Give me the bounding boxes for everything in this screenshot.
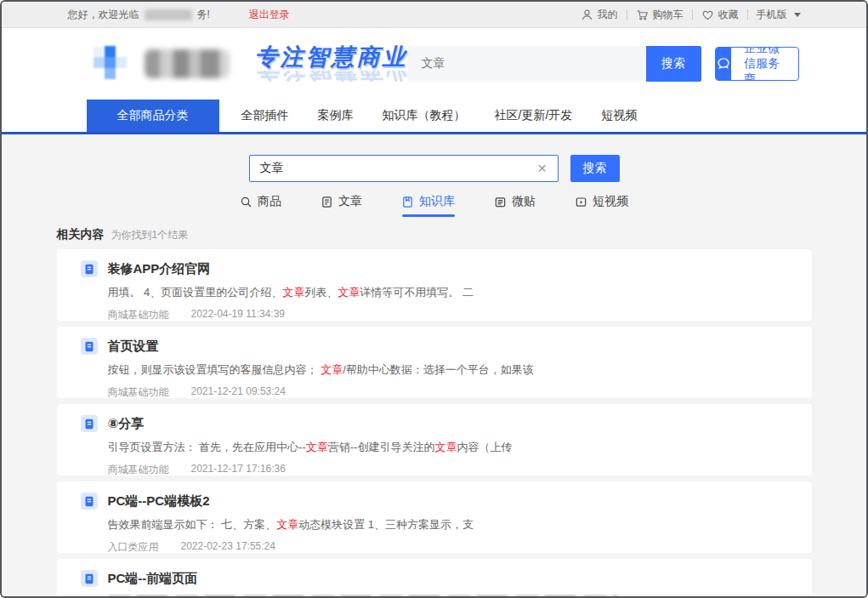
result-title-row[interactable]: 装修APP介绍官网 [81, 260, 791, 277]
result-title: 首页设置 [108, 339, 159, 355]
tab-articles-label: 文章 [338, 194, 362, 209]
result-title-row[interactable]: ⑧分享 [81, 415, 791, 432]
tab-articles[interactable]: 文章 [321, 194, 362, 217]
all-categories-button[interactable]: 全部商品分类 [87, 100, 219, 132]
result-title: ⑧分享 [108, 416, 145, 432]
result-card: 首页设置 按钮，则显示该设置填写的客服信息内容； 文章/帮助中心数据：选择一个平… [57, 327, 812, 398]
site-slogan: 专注智慧商业 [255, 44, 408, 70]
top-utility-bar: 您好，欢迎光临务! 退出登录 我的 购物车 收藏 [2, 2, 866, 28]
tab-videos-label: 短视频 [593, 194, 628, 209]
nav-link-knowledge[interactable]: 知识库（教程） [383, 108, 466, 123]
result-title: PC端--PC端模板2 [108, 493, 210, 510]
logo-mark-pixelated [94, 44, 133, 83]
tab-weitie[interactable]: 微贴 [494, 194, 536, 217]
heart-icon [701, 9, 714, 21]
doc-file-icon [81, 260, 98, 277]
wecom-service-label: 企业微信服务商 [731, 48, 797, 80]
result-type-tabs: 商品 文章 知识库 微贴 短视频 [2, 194, 866, 217]
chevron-down-icon [794, 13, 801, 17]
slogan-wrap: 专注智慧商业 专注智慧商业 [255, 46, 408, 82]
desc-text: 按钮，则显示该设置填写的客服信息内容； [108, 363, 321, 376]
result-meta: 入口类应用 2022-02-23 17:55:24 [108, 540, 791, 553]
result-timestamp: 2022-02-23 17:55:24 [181, 540, 275, 553]
keyword-highlight: 文章 [321, 363, 343, 376]
my-account-link[interactable]: 我的 [581, 8, 618, 22]
result-desc: 按钮，则显示该设置填写的客服信息内容； 文章/帮助中心数据：选择一个平台，如果该 [108, 362, 791, 378]
nav-link-plugins[interactable]: 全部插件 [241, 108, 289, 123]
site-header: 专注智慧商业 专注智慧商业 文章 搜索 企业微信服务商 [68, 28, 801, 100]
keyword-highlight: 文章 [282, 286, 304, 299]
result-search-input[interactable]: 文章 ✕ [249, 155, 559, 182]
desc-text: 列表、 [304, 286, 338, 299]
search-icon [240, 196, 252, 208]
greeting-suffix: 务! [197, 8, 210, 22]
result-category: 商城基础功能 [108, 463, 169, 476]
clear-icon[interactable]: ✕ [537, 162, 547, 175]
keyword-highlight: 文章 [276, 518, 298, 531]
doc-file-icon [81, 338, 98, 355]
video-icon [575, 196, 587, 208]
result-category: 商城基础功能 [108, 308, 169, 321]
browser-window: 您好，欢迎光临务! 退出登录 我的 购物车 收藏 [0, 0, 868, 598]
result-category: 入口类应用 [108, 540, 159, 553]
desc-text: 动态模块设置 1、三种方案显示，支 [298, 518, 474, 531]
result-title-row[interactable]: PC端--前端页面 [81, 570, 791, 587]
wecom-service-button[interactable]: 企业微信服务商 [715, 47, 799, 81]
tab-weitie-label: 微贴 [512, 194, 536, 209]
separator [627, 9, 627, 20]
desc-text: 引导页设置方法： 首先，先在应用中心-- [108, 441, 306, 453]
tab-goods[interactable]: 商品 [240, 194, 281, 217]
result-desc: 用填。 4、页面设置里的公司介绍、文章列表、文章详情等可不用填写。 二 [108, 285, 791, 300]
desc-text: 告效果前端显示如下： 七、方案、 [108, 518, 277, 531]
keyword-highlight: 文章 [306, 441, 328, 453]
nav-link-videos[interactable]: 短视频 [601, 108, 637, 123]
result-card: PC端--PC端模板2 告效果前端显示如下： 七、方案、文章动态模块设置 1、三… [57, 481, 812, 553]
user-icon [581, 9, 593, 21]
nav-link-cases[interactable]: 案例库 [318, 108, 354, 123]
greeting-area: 您好，欢迎光临务! 退出登录 [68, 8, 290, 22]
result-title-row[interactable]: PC端--PC端模板2 [81, 493, 791, 510]
favorites-label: 收藏 [718, 8, 739, 22]
tab-knowledge[interactable]: 知识库 [401, 194, 455, 217]
document-icon [321, 196, 333, 208]
topbar-menu: 我的 购物车 收藏 手机版 [581, 8, 801, 22]
cart-label: 购物车 [653, 8, 684, 22]
result-search-button[interactable]: 搜索 [570, 155, 620, 182]
result-timestamp: 2021-12-21 09:53:24 [191, 385, 286, 398]
keyword-highlight: 文章 [338, 286, 360, 299]
result-meta: 商城基础功能 2021-12-17 17:16:36 [108, 463, 791, 476]
header-search-button[interactable]: 搜索 [646, 46, 701, 82]
tab-videos[interactable]: 短视频 [575, 194, 628, 217]
results-title: 相关内容 [57, 227, 105, 242]
doc-file-icon [81, 570, 98, 587]
doc-file-icon [81, 493, 98, 510]
list-icon [494, 196, 507, 208]
search-query-text: 文章 [260, 161, 537, 176]
tab-goods-label: 商品 [258, 194, 281, 209]
result-card: PC端--前端页面 [57, 559, 812, 598]
result-title: 装修APP介绍官网 [108, 261, 211, 277]
favorites-link[interactable]: 收藏 [701, 8, 739, 22]
wecom-chat-icon [716, 48, 732, 80]
main-nav: 全部商品分类 全部插件 案例库 知识库（教程） 社区/更新/开发 短视频 [68, 100, 801, 132]
my-account-label: 我的 [598, 8, 618, 22]
mobile-version-dropdown[interactable]: 手机版 [757, 8, 801, 22]
header-search-input[interactable]: 文章 [408, 46, 646, 82]
logo-text-redacted [145, 49, 230, 78]
result-title-row[interactable]: 首页设置 [81, 338, 791, 355]
logo[interactable]: 专注智慧商业 专注智慧商业 [68, 44, 408, 83]
result-card: ⑧分享 引导页设置方法： 首先，先在应用中心--文章营销--创建引导关注的文章内… [57, 404, 812, 476]
greeting-prefix: 您好，欢迎光临 [68, 8, 139, 22]
doc-file-icon [81, 415, 98, 432]
result-desc: 告效果前端显示如下： 七、方案、文章动态模块设置 1、三种方案显示，支 [108, 517, 791, 533]
logout-link[interactable]: 退出登录 [249, 8, 290, 22]
result-search-bar: 文章 ✕ 搜索 [2, 155, 866, 182]
bookmark-doc-icon [401, 196, 414, 208]
desc-text: /帮助中心数据：选择一个平台，如果该 [343, 363, 534, 376]
separator [747, 9, 748, 20]
desc-text: 用填。 4、页面设置里的公司介绍、 [108, 286, 283, 299]
result-timestamp: 2022-04-19 11:34:39 [191, 308, 286, 321]
cart-link[interactable]: 购物车 [636, 8, 684, 22]
nav-link-community[interactable]: 社区/更新/开发 [495, 108, 573, 123]
result-meta: 商城基础功能 2021-12-21 09:53:24 [108, 385, 791, 398]
